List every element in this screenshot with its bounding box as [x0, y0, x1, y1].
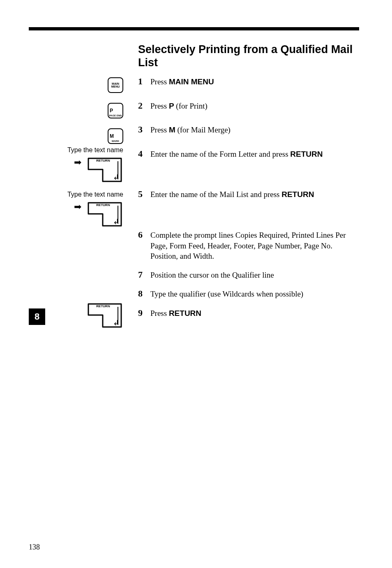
step-row: 6 Complete the prompt lines Copies Requi… — [138, 229, 360, 262]
step-text: Enter the name of the Mail List and pres… — [150, 188, 360, 200]
step-bold: RETURN — [281, 190, 314, 199]
enter-arrow-icon: ↲ — [113, 174, 119, 181]
step-number: 3 — [138, 124, 150, 136]
step-bold: RETURN — [290, 150, 323, 158]
page-number: 138 — [29, 543, 40, 552]
step-bold: MAIN MENU — [169, 77, 214, 86]
key-label: RETURN — [86, 203, 120, 207]
step-row: 3 Press M (for Mail Merge) — [138, 124, 360, 136]
step-number: 1 — [138, 76, 150, 88]
left-column: MAIN MENU P PAGE END M MARK Type the tex… — [29, 76, 127, 332]
step-number: 7 — [138, 269, 150, 281]
step-row: 1 Press MAIN MENU — [138, 76, 360, 88]
step-bold: RETURN — [169, 309, 201, 318]
step-row: 4 Enter the name of the Form Letter and … — [138, 148, 360, 160]
step-number: 4 — [138, 148, 150, 160]
key-label: M — [108, 134, 114, 139]
key-sublabel: PAGE END — [108, 114, 122, 117]
key-label: RETURN — [86, 159, 120, 162]
page-title: Selectively Printing from a Qualified Ma… — [138, 43, 360, 70]
chapter-tab: 8 — [29, 308, 45, 325]
m-key-icon: M MARK — [108, 128, 123, 144]
return-key-icon: RETURN ↲ — [86, 201, 123, 228]
step-pre: Position the cursor on the Qualifier lin… — [150, 271, 274, 279]
step-row: 5 Enter the name of the Mail List and pr… — [138, 188, 360, 200]
step-post: (for Print) — [174, 102, 208, 110]
step-text: Press M (for Mail Merge) — [150, 124, 360, 135]
step-pre: Enter the name of the Mail List and pres… — [150, 190, 281, 199]
step-text: Complete the prompt lines Copies Require… — [150, 229, 360, 262]
step-row: 8 Type the qualifier (use Wildcards when… — [138, 288, 360, 300]
arrow-right-icon: ➡ — [74, 158, 81, 167]
right-column: 1 Press MAIN MENU 2 Press P (for Print) … — [138, 76, 360, 319]
step-bold: P — [169, 102, 174, 110]
step-pre: Enter the name of the Form Letter and pr… — [150, 150, 290, 158]
step-pre: Press — [150, 125, 169, 134]
step-pre: Press — [150, 309, 169, 318]
step-text: Type the qualifier (use Wildcards when p… — [150, 288, 360, 299]
step-pre: Complete the prompt lines Copies Require… — [150, 231, 346, 260]
enter-arrow-icon: ↲ — [113, 218, 119, 225]
step-number: 5 — [138, 188, 150, 200]
step-post: (for Mail Merge) — [175, 125, 231, 134]
step-number: 8 — [138, 288, 150, 300]
key-label: RETURN — [86, 304, 120, 308]
step-number: 6 — [138, 229, 150, 241]
key-label: MAIN — [112, 82, 119, 85]
key-label: P — [108, 108, 113, 113]
caption-type-text-name: Type the text name — [29, 191, 127, 198]
enter-arrow-icon: ↲ — [113, 319, 119, 327]
return-key-icon: RETURN ↲ — [86, 156, 123, 183]
step-text: Press RETURN — [150, 307, 360, 319]
step-text: Enter the name of the Form Letter and pr… — [150, 148, 360, 160]
p-key-icon: P PAGE END — [108, 103, 123, 118]
step-pre: Press — [150, 102, 169, 110]
step-bold: M — [169, 125, 175, 134]
step-pre: Type the qualifier (use Wildcards when p… — [150, 290, 303, 298]
step-pre: Press — [150, 77, 169, 86]
step-text: Press P (for Print) — [150, 100, 360, 111]
return-key-icon: RETURN ↲ — [86, 302, 123, 329]
step-row: 9 Press RETURN — [138, 307, 360, 319]
caption-type-text-name: Type the text name — [29, 146, 127, 154]
step-number: 2 — [138, 100, 150, 112]
key-label: MENU — [111, 85, 120, 88]
step-text: Position the cursor on the Qualifier lin… — [150, 269, 360, 281]
step-row: 2 Press P (for Print) — [138, 100, 360, 112]
step-number: 9 — [138, 307, 150, 319]
step-text: Press MAIN MENU — [150, 76, 360, 87]
key-sublabel: MARK — [108, 140, 122, 142]
top-rule — [29, 27, 359, 30]
step-row: 7 Position the cursor on the Qualifier l… — [138, 269, 360, 281]
main-menu-key-icon: MAIN MENU — [108, 77, 123, 93]
arrow-right-icon: ➡ — [74, 202, 81, 211]
